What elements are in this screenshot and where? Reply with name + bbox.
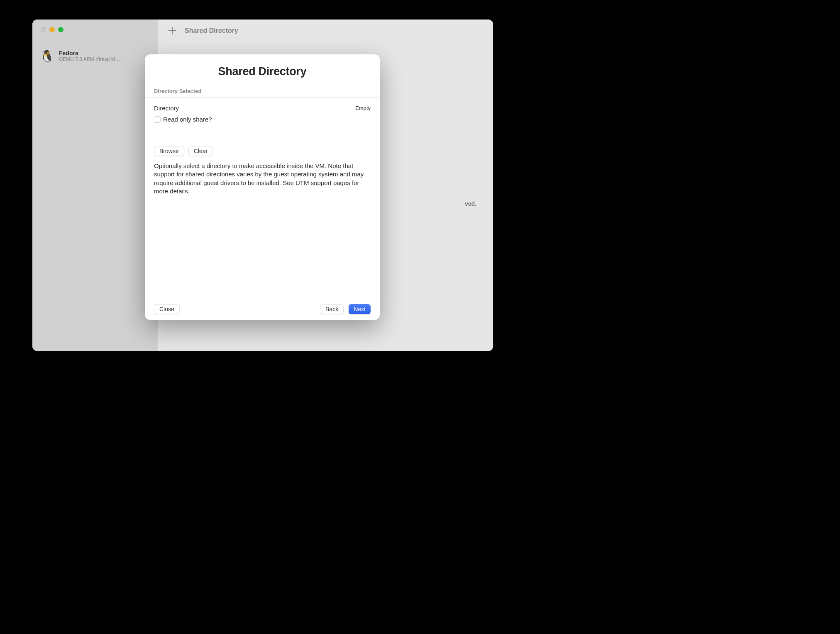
- directory-value: Empty: [355, 105, 371, 111]
- next-button[interactable]: Next: [349, 304, 371, 314]
- readonly-checkbox[interactable]: [154, 116, 161, 123]
- modal-footer: Close Back Next: [145, 298, 380, 320]
- window-controls: [32, 27, 158, 32]
- browse-button[interactable]: Browse: [154, 146, 184, 156]
- directory-label: Directory: [154, 105, 179, 112]
- readonly-checkbox-label: Read only share?: [163, 116, 212, 123]
- footer-right: Back Next: [320, 304, 371, 314]
- sidebar: 🐧 Fedora QEMU 7.0 ARM Virtual M…: [32, 20, 158, 351]
- plus-icon[interactable]: [168, 27, 176, 35]
- vm-info: Fedora QEMU 7.0 ARM Virtual M…: [59, 50, 151, 62]
- background-text-fragment: ved.: [465, 200, 476, 207]
- maximize-window-button[interactable]: [58, 27, 63, 32]
- vm-name: Fedora: [59, 50, 151, 56]
- toolbar-title: Shared Directory: [185, 27, 238, 34]
- action-buttons: Browse Clear: [154, 146, 371, 156]
- help-text: Optionally select a directory to make ac…: [154, 162, 371, 195]
- readonly-checkbox-row[interactable]: Read only share?: [154, 116, 371, 123]
- penguin-icon: 🐧: [39, 48, 55, 64]
- close-window-button[interactable]: [41, 27, 46, 32]
- modal-body: Directory Empty Read only share? Browse …: [145, 98, 380, 298]
- shared-directory-modal: Shared Directory Directory Selected Dire…: [145, 54, 380, 320]
- section-header: Directory Selected: [145, 88, 380, 98]
- modal-title: Shared Directory: [145, 54, 380, 88]
- directory-row[interactable]: Directory Empty: [154, 105, 371, 112]
- clear-button[interactable]: Clear: [188, 146, 213, 156]
- minimize-window-button[interactable]: [49, 27, 55, 32]
- back-button[interactable]: Back: [320, 304, 344, 314]
- vm-list-item[interactable]: 🐧 Fedora QEMU 7.0 ARM Virtual M…: [32, 45, 158, 67]
- close-button[interactable]: Close: [154, 304, 180, 314]
- toolbar: Shared Directory: [158, 20, 493, 42]
- vm-subtitle: QEMU 7.0 ARM Virtual M…: [59, 56, 151, 62]
